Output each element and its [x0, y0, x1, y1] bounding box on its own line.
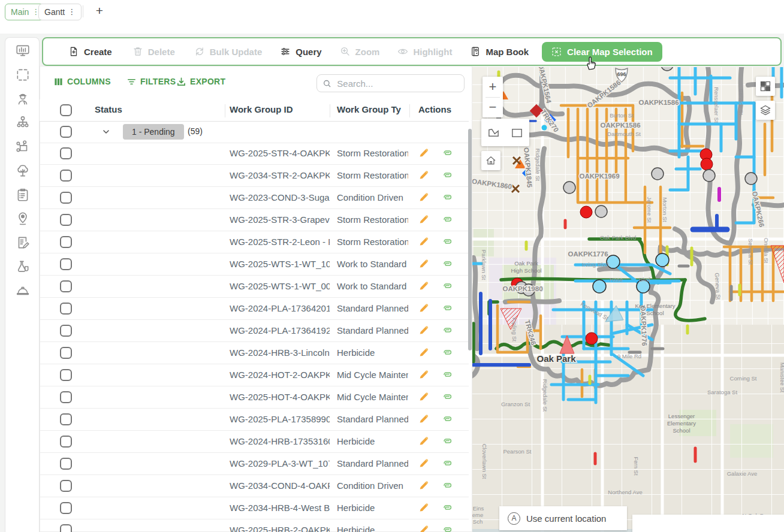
edit-button[interactable]: [418, 303, 429, 316]
work-order-edit-icon[interactable]: [15, 235, 31, 250]
group-select-icon[interactable]: [15, 139, 31, 155]
edit-button[interactable]: [418, 236, 429, 249]
add-tab-button[interactable]: +: [92, 3, 107, 19]
edit-button[interactable]: [418, 192, 429, 205]
attachment-button[interactable]: [442, 347, 453, 360]
attachment-button[interactable]: [442, 214, 453, 227]
row-checkbox[interactable]: [60, 369, 72, 381]
row-checkbox[interactable]: [60, 258, 72, 270]
basemap-gallery-button[interactable]: [756, 77, 775, 96]
row-checkbox[interactable]: [60, 480, 72, 492]
query-button[interactable]: Query: [280, 46, 321, 57]
map-book-button[interactable]: Map Book: [470, 46, 529, 57]
edit-button[interactable]: [418, 214, 429, 227]
row-checkbox[interactable]: [60, 236, 72, 248]
bulk-update-button[interactable]: Bulk Update: [194, 46, 263, 57]
use-current-location-button[interactable]: A Use current location: [499, 506, 627, 530]
columns-button[interactable]: COLUMNS: [54, 77, 111, 86]
zoom-button[interactable]: Zoom: [340, 46, 380, 57]
edit-button[interactable]: [418, 458, 429, 471]
row-checkbox[interactable]: [60, 303, 72, 315]
tab-menu-dots-icon[interactable]: ⋮: [68, 9, 76, 15]
attachment-button[interactable]: [442, 502, 453, 515]
clear-map-selection-button[interactable]: Clear Map Selection: [542, 42, 662, 62]
table-rows: WG-2025-STR-4-OAKPK17 Storm Restoration …: [40, 143, 469, 532]
header-work-group-id[interactable]: Work Group ID: [230, 104, 293, 114]
edit-button[interactable]: [418, 524, 429, 532]
edit-button[interactable]: [418, 347, 429, 360]
row-checkbox[interactable]: [60, 502, 72, 514]
location-pin-icon[interactable]: [15, 211, 31, 226]
attachment-button[interactable]: [442, 280, 453, 294]
edit-button[interactable]: [418, 258, 429, 271]
row-checkbox[interactable]: [60, 147, 72, 159]
search-input[interactable]: [336, 78, 458, 89]
edit-button[interactable]: [418, 391, 429, 404]
attachment-button[interactable]: [442, 480, 453, 493]
attachment-button[interactable]: [442, 236, 453, 249]
tab-gantt[interactable]: Gantt ⋮: [38, 4, 82, 20]
row-checkbox[interactable]: [60, 391, 72, 403]
edit-button[interactable]: [418, 325, 429, 338]
edit-button[interactable]: [418, 502, 429, 515]
row-checkbox[interactable]: [60, 192, 72, 204]
dashboard-chart-icon[interactable]: [15, 43, 31, 59]
layers-button[interactable]: [756, 101, 775, 120]
attachment-button[interactable]: [442, 458, 453, 471]
row-checkbox[interactable]: [60, 280, 72, 292]
attachment-button[interactable]: [442, 170, 453, 183]
row-checkbox[interactable]: [60, 458, 72, 470]
row-checkbox[interactable]: [60, 436, 72, 448]
edit-button[interactable]: [418, 436, 429, 449]
lab-flask-icon[interactable]: [15, 259, 31, 274]
attachment-button[interactable]: [442, 147, 453, 161]
attachment-button[interactable]: [442, 192, 453, 205]
row-checkbox[interactable]: [60, 170, 72, 182]
checklist-icon[interactable]: [15, 187, 31, 202]
cell-work-group-id: WG-2023-COND-3-Sugarc: [230, 192, 330, 202]
search-box[interactable]: [316, 74, 465, 92]
attachment-button[interactable]: [442, 391, 453, 404]
header-work-group-type[interactable]: Work Group Ty: [337, 104, 401, 114]
create-button[interactable]: Create: [68, 46, 112, 57]
export-button[interactable]: EXPORT: [177, 77, 225, 86]
map-home-button[interactable]: [481, 151, 500, 170]
hierarchy-icon[interactable]: [15, 115, 31, 131]
attachment-button[interactable]: [442, 303, 453, 316]
row-checkbox[interactable]: [60, 413, 72, 425]
edit-button[interactable]: [418, 280, 429, 294]
edit-button[interactable]: [418, 147, 429, 161]
attachment-button[interactable]: [442, 413, 453, 427]
filters-button[interactable]: FILTERS: [127, 77, 176, 86]
chevron-down-icon[interactable]: [102, 128, 110, 136]
attachment-button[interactable]: [442, 436, 453, 449]
delete-button[interactable]: Delete: [132, 46, 175, 57]
attachment-button[interactable]: [442, 325, 453, 338]
edit-button[interactable]: [418, 413, 429, 427]
row-checkbox[interactable]: [60, 524, 72, 532]
edit-button[interactable]: [418, 480, 429, 493]
row-checkbox[interactable]: [60, 214, 72, 226]
edit-button[interactable]: [418, 369, 429, 382]
header-status[interactable]: Status: [95, 104, 122, 114]
field-worker-icon[interactable]: [15, 91, 31, 107]
map-zoom-out-button[interactable]: −: [483, 97, 503, 117]
row-checkbox[interactable]: [60, 325, 72, 337]
rectangle-select-icon[interactable]: [510, 126, 524, 140]
edit-button[interactable]: [418, 170, 429, 183]
highlight-button[interactable]: Highlight: [397, 46, 452, 57]
attachment-button[interactable]: [442, 369, 453, 382]
tree-icon[interactable]: [15, 163, 31, 179]
marquee-select-icon[interactable]: [15, 67, 31, 83]
map-zoom-in-button[interactable]: +: [483, 77, 503, 97]
select-all-checkbox[interactable]: [60, 104, 72, 116]
status-chip[interactable]: 1 - Pending: [123, 124, 184, 140]
table-scrollbar[interactable]: [468, 129, 472, 350]
group-checkbox[interactable]: [60, 126, 72, 138]
attachment-button[interactable]: [442, 258, 453, 271]
map-view[interactable]: 696 OAKPK1586OAKPK1586OAKPK1586Burton St…: [472, 67, 784, 532]
row-checkbox[interactable]: [60, 347, 72, 359]
attachment-button[interactable]: [442, 524, 453, 532]
polygon-select-icon[interactable]: [487, 126, 500, 140]
hard-hat-icon[interactable]: [15, 283, 31, 298]
